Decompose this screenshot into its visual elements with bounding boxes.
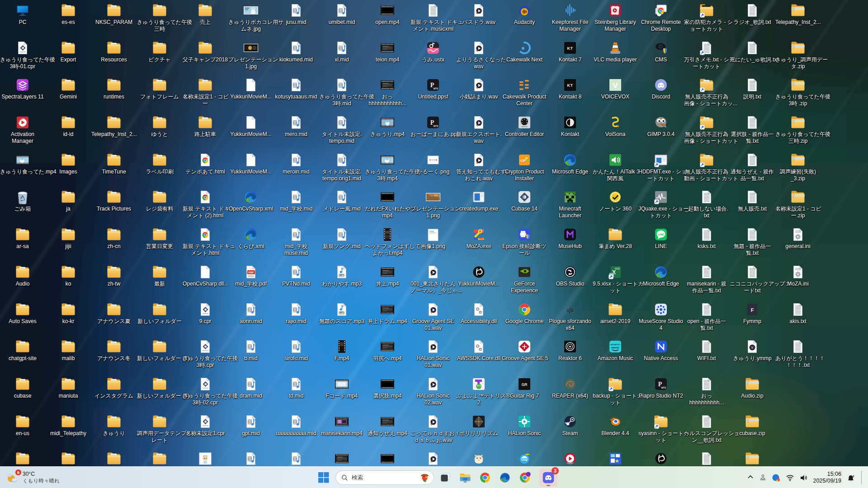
svg-text:GR: GR (522, 382, 528, 387)
svg-text:F: F (751, 307, 754, 313)
svg-text:CP: CP (520, 159, 526, 163)
svg-text:MoZA: MoZA (478, 238, 484, 240)
svg-text:z: z (853, 474, 854, 478)
svg-text:sfz: sfz (566, 306, 573, 313)
svg-text:Y: Y (751, 346, 754, 350)
svg-text:NT2: NT2 (434, 125, 438, 127)
svg-text:LINE: LINE (658, 233, 664, 236)
svg-text:MP3: MP3 (340, 274, 344, 277)
svg-text:KT: KT (567, 46, 573, 51)
svg-text:NT2: NT2 (434, 87, 438, 90)
svg-text:MP3: MP3 (340, 312, 344, 314)
svg-text:KT: KT (567, 83, 573, 88)
svg-text:amazon: amazon (610, 343, 620, 346)
svg-text:NT2: NT2 (661, 386, 666, 389)
svg-text:V: V (613, 81, 618, 90)
svg-text:music: music (611, 346, 619, 349)
svg-text:PDF: PDF (249, 271, 254, 274)
